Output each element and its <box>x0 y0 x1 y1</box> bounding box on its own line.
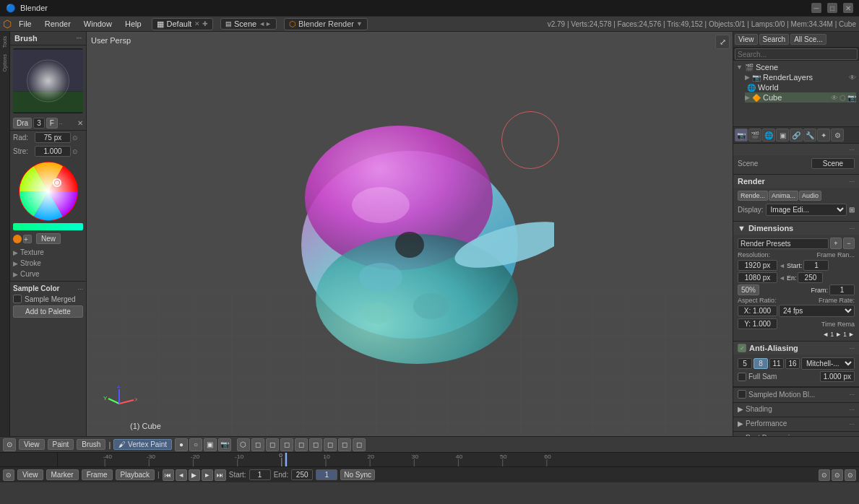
aa-dots-icon[interactable]: ··· <box>849 344 855 352</box>
search-tab-btn[interactable]: Search <box>759 34 790 45</box>
prev-frame-btn[interactable]: ◄ <box>176 469 187 481</box>
scene-section-header[interactable]: ··· <box>733 144 859 155</box>
engine-selector[interactable]: ⬡ Blender Render ▼ <box>284 18 368 30</box>
minimize-button[interactable]: ─ <box>811 3 821 13</box>
end-input[interactable] <box>798 272 823 283</box>
render-icon3[interactable]: ◻ <box>266 438 279 451</box>
render-icon6[interactable]: ◻ <box>309 438 322 451</box>
tree-item-scene[interactable]: ▼ 🎬 Scene <box>736 62 856 72</box>
timeline-markers[interactable]: -40 -30 -20 -10 0 10 20 30 40 50 <box>58 453 859 466</box>
jump-start-btn[interactable]: ⏮ <box>163 469 174 481</box>
section-stroke[interactable]: ▶ Stroke <box>13 258 83 269</box>
time-next-icon[interactable]: ► <box>835 331 842 338</box>
render-icon1[interactable]: ⬡ <box>237 438 250 451</box>
render-icon4[interactable]: ◻ <box>280 438 293 451</box>
maximize-button[interactable]: □ <box>827 3 837 13</box>
status-playback-btn[interactable]: Playback <box>116 469 155 480</box>
display-btn-icon[interactable]: ⊞ <box>849 206 855 214</box>
jump-end-btn[interactable]: ⏭ <box>215 469 226 481</box>
timeline[interactable]: -40 -30 -20 -10 0 10 20 30 40 50 <box>0 452 859 466</box>
aa-num-8[interactable]: 8 <box>754 358 768 369</box>
shading-dots-icon[interactable]: ··· <box>849 406 855 413</box>
color-wheel-svg[interactable] <box>18 161 79 222</box>
outliner-search-input[interactable] <box>735 48 858 60</box>
sm-checkbox[interactable] <box>738 390 746 399</box>
prop-icon-world[interactable]: 🌐 <box>762 129 775 142</box>
pp-dots-icon[interactable]: ··· <box>849 435 855 437</box>
time-next2-icon[interactable]: ► <box>848 331 855 338</box>
aa-num-16[interactable]: 16 <box>785 358 800 369</box>
aa-filter-select[interactable]: Mitchell-... <box>801 357 855 370</box>
vp-expand-icon[interactable]: ⤢ <box>715 35 730 49</box>
end-frame-input[interactable] <box>291 469 313 480</box>
render-icon8[interactable]: ◻ <box>338 438 351 451</box>
res-arrow-left-icon[interactable]: ◄ <box>779 262 785 269</box>
render-anim-tab[interactable]: Anima... <box>769 191 798 201</box>
rad-input[interactable] <box>35 132 71 143</box>
paint-btn[interactable]: Paint <box>48 439 74 450</box>
tree-item-cube[interactable]: ▶ 🔶 Cube 👁 ⬡ 📷 <box>745 92 856 103</box>
menu-window[interactable]: Window <box>78 18 118 30</box>
status-marker-btn[interactable]: Marker <box>46 469 79 480</box>
tree-item-renderlayers[interactable]: ▶ 📷 RenderLayers 👁 <box>745 72 856 82</box>
fram-input[interactable] <box>829 284 855 295</box>
aa-num-5[interactable]: 5 <box>738 358 752 369</box>
rl-eye-icon[interactable]: 👁 <box>849 74 856 82</box>
menu-help[interactable]: Help <box>119 18 147 30</box>
start-frame-input[interactable] <box>249 469 271 480</box>
render-section-header[interactable]: Render ··· <box>733 175 859 188</box>
dra-btn[interactable]: Dra <box>13 118 32 129</box>
dimensions-dots-icon[interactable]: ··· <box>849 225 855 232</box>
new-brush-btn[interactable]: New <box>36 233 61 244</box>
pct-btn[interactable]: 50% <box>738 284 759 295</box>
time-prev-icon[interactable]: ◄ <box>822 331 829 338</box>
aa-header[interactable]: ✓ Anti-Aliasing ··· <box>733 342 859 355</box>
workspace-selector[interactable]: ▦ Default ✕ ✚ <box>152 18 213 30</box>
status-view-btn[interactable]: View <box>17 469 43 480</box>
draw-close-icon[interactable]: ✕ <box>77 119 83 127</box>
height-arrow-left-icon[interactable]: ◄ <box>779 274 785 282</box>
stre-input[interactable] <box>35 146 71 157</box>
camera-icon[interactable]: 📷 <box>218 438 231 451</box>
scene-selector[interactable]: ▤ Scene ◄► <box>220 18 277 30</box>
render-icon7[interactable]: ◻ <box>324 438 337 451</box>
dimensions-header[interactable]: ▼ Dimensions ··· <box>733 222 859 235</box>
aspect-y-input[interactable] <box>738 318 777 329</box>
stre-dots-icon[interactable]: ⊙ <box>72 148 78 155</box>
width-input[interactable] <box>738 260 777 271</box>
brush-btn[interactable]: Brush <box>77 439 105 450</box>
shading-header[interactable]: ▶ Shading ··· <box>738 405 855 413</box>
section-texture[interactable]: ▶ Texture <box>13 247 83 258</box>
status-icon1[interactable]: ⊙ <box>819 469 830 481</box>
render-section-dots-icon[interactable]: ··· <box>849 178 855 185</box>
current-frame-input[interactable] <box>316 469 337 480</box>
section-curve[interactable]: ▶ Curve <box>13 269 83 279</box>
perf-dots-icon[interactable]: ··· <box>849 420 855 427</box>
solid-icon[interactable]: ● <box>175 438 188 451</box>
sample-color-dots-icon[interactable]: ··· <box>77 285 83 292</box>
all-sce-tab-btn[interactable]: All Sce... <box>790 34 826 45</box>
vertex-paint-btn[interactable]: 🖌 Vertex Paint <box>113 439 172 450</box>
start-input[interactable] <box>803 260 829 271</box>
render-icon2[interactable]: ◻ <box>251 438 264 451</box>
aa-num-11[interactable]: 11 <box>769 358 784 369</box>
post-processing-header[interactable]: ▶ Post Processing ··· <box>738 434 855 436</box>
view-tab-btn[interactable]: View <box>735 34 758 45</box>
cube-render-icon[interactable]: 📷 <box>847 94 856 102</box>
view-btn[interactable]: View <box>19 439 45 450</box>
sampled-motion-header[interactable]: Sampled Motion Bl... ··· <box>738 390 855 399</box>
render-icon5[interactable]: ◻ <box>295 438 308 451</box>
full-sam-checkbox[interactable] <box>738 373 746 381</box>
render-icon9[interactable]: ◻ <box>353 438 366 451</box>
prop-icon-modifier[interactable]: 🔧 <box>803 129 816 142</box>
render-audio-tab[interactable]: Audio <box>799 191 821 201</box>
viewport[interactable]: User Persp ⤢ <box>87 32 733 436</box>
status-icon2[interactable]: ⊙ <box>832 469 843 481</box>
sm-dots-icon[interactable]: ··· <box>849 391 855 398</box>
play-btn[interactable]: ▶ <box>189 469 200 481</box>
fps-select[interactable]: 24 fps <box>779 305 855 317</box>
preset-remove-icon[interactable]: − <box>843 238 855 249</box>
add-palette-btn[interactable]: Add to Palette <box>13 305 83 318</box>
status-frame-btn[interactable]: Frame <box>82 469 113 480</box>
sample-merged-checkbox[interactable] <box>13 295 22 303</box>
